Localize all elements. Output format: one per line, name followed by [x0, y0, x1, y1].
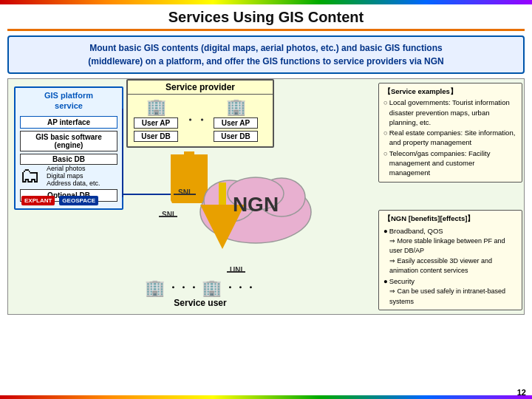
nb-label-1: Broadband, QOS — [389, 226, 443, 236]
gis-basic-software: GIS basic software(engine) — [20, 131, 117, 151]
geo-logo: GEOSPACE — [59, 196, 98, 205]
se-item-3: ○ Telecom/gas companies: Facility manage… — [383, 149, 517, 178]
bottom-color-bar — [0, 395, 532, 399]
se-item-1: ○ Local governments: Tourist information… — [383, 98, 517, 127]
sni-label-1: SNI — [178, 188, 191, 197]
gis-platform-title: GIS platformservice — [16, 88, 122, 114]
se-text-1: Local governments: Tourist information d… — [389, 98, 517, 127]
uni-label: UNI — [230, 266, 242, 274]
nb-item-2: ● Security — [383, 276, 517, 287]
db-items: Aerial photos Digital maps Address data,… — [44, 165, 100, 187]
info-line2: (middleware) on a platform, and offer th… — [16, 55, 516, 68]
user-ap-2: User AP — [214, 117, 258, 129]
user-block-1: 🏢 User AP User DB — [134, 99, 178, 142]
su-dots-2: ・・・ — [225, 282, 256, 295]
su-building-2: 🏢 — [202, 279, 222, 298]
service-user-label: Service user — [126, 298, 274, 308]
ngn-cloud-container: NGN — [193, 160, 318, 249]
su-building-1: 🏢 — [145, 279, 165, 298]
user-ap-1: User AP — [134, 117, 178, 129]
se-text-2: Real estate companies: Site information,… — [389, 128, 517, 148]
service-user-area: 🏢 ・・・ 🏢 ・・・ Service user — [126, 279, 274, 308]
main-diagram: GIS platformservice AP interface GIS bas… — [7, 78, 525, 315]
orange-separator — [7, 29, 525, 31]
se-circle-1: ○ — [383, 98, 388, 127]
basic-db-label: Basic DB — [20, 154, 117, 165]
ngn-benefits-box: 【NGN [benefits][effects]】 ● Broadband, Q… — [378, 210, 522, 310]
db-item-1: Aerial photos — [47, 165, 100, 172]
nb-arrow-1b: ⇒ Easily accessible 3D viewer and animat… — [383, 256, 517, 276]
explant-logo: EXPLANT — [21, 196, 55, 205]
db-stack-icon: 🗂 — [20, 166, 41, 186]
ngn-text: NGN — [233, 193, 279, 216]
sp-inner: 🏢 User AP User DB ・・ 🏢 User AP User DB — [128, 95, 273, 146]
su-buildings: 🏢 ・・・ 🏢 ・・・ — [126, 279, 274, 298]
service-examples-box: 【Service examples】 ○ Local governments: … — [378, 83, 522, 183]
se-circle-2: ○ — [383, 128, 388, 148]
nb-item-1: ● Broadband, QOS — [383, 226, 517, 236]
se-item-2: ○ Real estate companies: Site informatio… — [383, 128, 517, 148]
se-text-3: Telecom/gas companies: Facility manageme… — [389, 149, 517, 178]
gis-platform-box: GIS platformservice AP interface GIS bas… — [14, 86, 123, 210]
page-title: Services Using GIS Content — [0, 4, 532, 29]
service-provider-box: Service provider 🏢 User AP User DB ・・ 🏢 … — [126, 79, 274, 148]
sni-bar-2 — [159, 216, 177, 217]
sp-dots: ・・ — [184, 113, 208, 129]
building-icon-2: 🏢 — [226, 99, 246, 115]
logos: EXPLANT GEOSPACE — [21, 196, 98, 205]
nb-arrow-1a: ⇒ More stable linkage between PF and use… — [383, 236, 517, 256]
service-provider-title: Service provider — [128, 81, 273, 95]
nb-bullet-1: ● — [383, 226, 388, 236]
user-db-1: User DB — [134, 131, 178, 142]
connector-v1 — [122, 109, 123, 197]
nb-arrow-2: ⇒ Can be used safely in intranet-based s… — [383, 287, 517, 307]
connector-h1 — [122, 194, 177, 195]
sni-label-2: SNI — [162, 211, 174, 219]
info-box: Mount basic GIS contents (digital maps, … — [7, 35, 525, 74]
info-line1: Mount basic GIS contents (digital maps, … — [16, 41, 516, 55]
nb-bullet-2: ● — [383, 276, 388, 287]
su-dots-1: ・・・ — [168, 282, 199, 295]
service-examples-title: 【Service examples】 — [383, 86, 517, 96]
db-item-3: Address data, etc. — [47, 180, 100, 187]
nb-label-2: Security — [389, 276, 415, 287]
building-icon-1: 🏢 — [146, 99, 166, 115]
db-item-2: Digital maps — [47, 172, 100, 180]
ap-interface: AP interface — [20, 116, 117, 129]
ngn-benefits-title: 【NGN [benefits][effects]】 — [383, 214, 517, 224]
user-db-2: User DB — [214, 131, 258, 142]
basic-db: Basic DB 🗂 Aerial photos Digital maps Ad… — [20, 154, 117, 187]
se-circle-3: ○ — [383, 149, 388, 178]
uni-bar — [227, 271, 245, 273]
user-block-2: 🏢 User AP User DB — [214, 99, 258, 142]
